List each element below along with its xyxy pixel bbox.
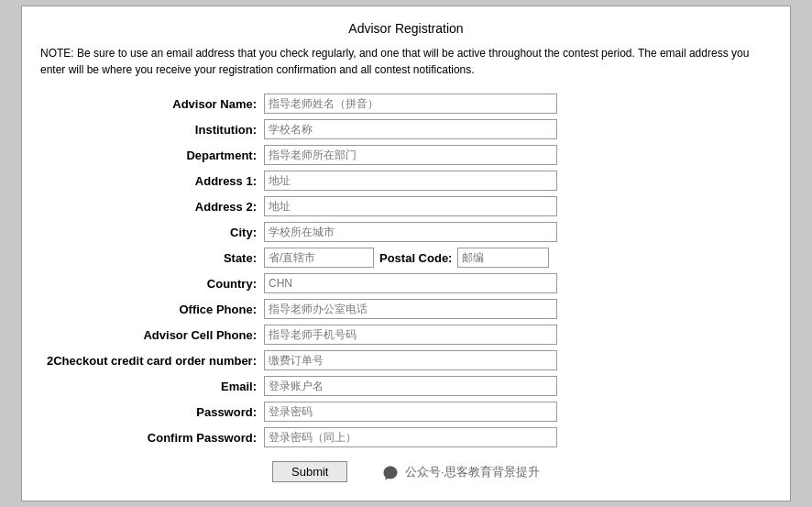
confirm-password-label: Confirm Password: bbox=[40, 424, 260, 450]
submit-row: Submit 公众号·思客教育背景提升 bbox=[40, 461, 772, 482]
state-label: State: bbox=[40, 245, 260, 270]
department-cell bbox=[260, 142, 772, 168]
state-postal-cell: Postal Code: bbox=[260, 245, 772, 270]
email-cell bbox=[260, 373, 772, 399]
address1-cell bbox=[260, 168, 772, 193]
form-table: Advisor Name:Institution:Department:Addr… bbox=[40, 91, 772, 450]
form-row: Email: bbox=[40, 373, 772, 399]
confirm-password-cell bbox=[260, 424, 772, 450]
form-row: City: bbox=[40, 219, 772, 245]
office-phone-input[interactable] bbox=[264, 299, 557, 319]
password-label: Password: bbox=[40, 399, 260, 424]
form-row: Address 2: bbox=[40, 193, 772, 219]
form-row: Advisor Cell Phone: bbox=[40, 322, 772, 347]
institution-cell bbox=[260, 116, 772, 142]
state-input[interactable] bbox=[264, 248, 374, 268]
country-input[interactable] bbox=[264, 273, 557, 293]
city-input[interactable] bbox=[264, 222, 557, 242]
advisor-name-cell bbox=[260, 91, 772, 116]
cell-phone-input[interactable] bbox=[264, 325, 557, 345]
page-wrapper: Advisor Registration NOTE: Be sure to us… bbox=[0, 0, 812, 507]
form-row: Department: bbox=[40, 142, 772, 168]
office-phone-cell bbox=[260, 296, 772, 322]
form-row: 2Checkout credit card order number: bbox=[40, 347, 772, 373]
checkout-cell bbox=[260, 347, 772, 373]
address2-cell bbox=[260, 193, 772, 219]
postal-input[interactable] bbox=[457, 248, 549, 268]
form-row: Confirm Password: bbox=[40, 424, 772, 450]
address2-input[interactable] bbox=[264, 196, 557, 216]
cell-phone-label: Advisor Cell Phone: bbox=[40, 322, 260, 347]
email-input[interactable] bbox=[264, 376, 557, 396]
city-cell bbox=[260, 219, 772, 245]
advisor-name-input[interactable] bbox=[264, 94, 557, 114]
form-row: Institution: bbox=[40, 116, 772, 142]
office-phone-label: Office Phone: bbox=[40, 296, 260, 322]
country-label: Country: bbox=[40, 270, 260, 296]
wechat-icon bbox=[382, 465, 399, 481]
address2-label: Address 2: bbox=[40, 193, 260, 219]
checkout-label: 2Checkout credit card order number: bbox=[40, 347, 260, 373]
city-label: City: bbox=[40, 219, 260, 245]
form-row: Address 1: bbox=[40, 168, 772, 193]
state-postal-row: State:Postal Code: bbox=[40, 245, 772, 270]
form-row: Office Phone: bbox=[40, 296, 772, 322]
department-input[interactable] bbox=[264, 145, 557, 165]
institution-label: Institution: bbox=[40, 116, 260, 142]
cell-phone-cell bbox=[260, 322, 772, 347]
submit-button[interactable]: Submit bbox=[272, 461, 347, 482]
form-row: Password: bbox=[40, 399, 772, 424]
watermark-label: 公众号·思客教育背景提升 bbox=[405, 465, 540, 479]
email-label: Email: bbox=[40, 373, 260, 399]
address1-label: Address 1: bbox=[40, 168, 260, 193]
country-cell bbox=[260, 270, 772, 296]
institution-input[interactable] bbox=[264, 119, 557, 139]
postal-label: Postal Code: bbox=[379, 251, 452, 265]
form-row: Advisor Name: bbox=[40, 91, 772, 116]
confirm-password-input[interactable] bbox=[264, 427, 557, 447]
department-label: Department: bbox=[40, 142, 260, 168]
address1-input[interactable] bbox=[264, 171, 557, 191]
form-container: Advisor Registration NOTE: Be sure to us… bbox=[21, 6, 791, 501]
note-text: NOTE: Be sure to use an email address th… bbox=[40, 45, 772, 78]
form-title: Advisor Registration bbox=[40, 21, 772, 36]
watermark-text: 公众号·思客教育背景提升 bbox=[382, 465, 540, 479]
advisor-name-label: Advisor Name: bbox=[40, 91, 260, 116]
checkout-input[interactable] bbox=[264, 350, 557, 370]
form-row: Country: bbox=[40, 270, 772, 296]
password-input[interactable] bbox=[264, 402, 557, 422]
password-cell bbox=[260, 399, 772, 424]
